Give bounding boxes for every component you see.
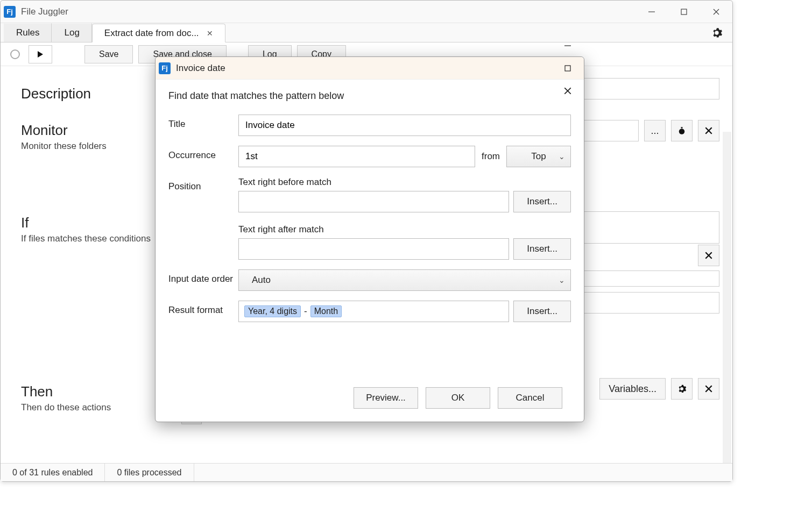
result-format-input[interactable]: Year, 4 digits - Month [238,301,509,322]
svg-point-5 [679,129,685,134]
svg-rect-6 [681,127,683,128]
close-button[interactable] [700,1,732,23]
dialog-titlebar: Fj Invoice date [156,57,584,80]
from-value: Top [531,151,546,162]
ok-button[interactable]: OK [426,387,490,409]
button-label: Preview... [366,393,406,403]
maximize-button[interactable] [668,1,700,23]
window-title: File Juggler [21,6,68,17]
section-if-sub: If files matches these conditions [21,233,161,244]
browse-button[interactable]: ... [644,120,666,141]
stopwatch-icon[interactable] [671,120,693,141]
section-if: If [21,215,161,231]
button-label: Save [99,49,118,59]
label-text-before: Text right before match [238,177,571,188]
tab-rules[interactable]: Rules [4,23,52,42]
dialog-body: Find date that matches the pattern below… [156,80,584,380]
run-button[interactable] [29,45,52,63]
label-from: from [482,151,500,162]
preview-button[interactable]: Preview... [354,387,418,409]
button-label: Variables... [609,383,656,395]
dialog-maximize-button[interactable] [552,57,584,80]
cancel-button[interactable]: Cancel [498,387,562,409]
tab-active-rule[interactable]: Extract date from doc... ✕ [92,24,225,42]
insert-result-button[interactable]: Insert... [513,301,571,322]
status-bar: 0 of 31 rules enabled 0 files processed [1,463,732,481]
section-description: Description [21,86,161,102]
chip-separator: - [304,306,307,317]
enabled-toggle[interactable] [10,49,20,59]
tab-label: Extract date from doc... [104,28,199,39]
from-select[interactable]: Top [506,146,571,167]
content-scrollbar[interactable] [723,132,731,463]
status-files: 0 files processed [105,464,194,481]
button-label: ... [651,125,659,137]
variables-button[interactable]: Variables... [599,378,666,400]
label-occurrence: Occurrence [168,146,238,161]
tab-label: Rules [16,27,39,38]
label-position: Position [168,177,238,192]
section-then-sub: Then do these actions [21,402,161,413]
main-titlebar: Fj File Juggler [1,1,732,23]
tab-log[interactable]: Log [52,23,91,42]
button-label: Insert... [527,244,557,254]
occurrence-input[interactable] [238,146,475,167]
button-label: Insert... [527,196,557,207]
input-order-value: Auto [252,275,271,286]
text-after-input[interactable] [238,238,509,260]
remove-action-button[interactable] [698,378,719,400]
tab-strip: Rules Log Extract date from doc... ✕ [1,23,732,42]
text-before-input[interactable] [238,191,509,212]
svg-rect-1 [681,9,687,15]
chip-month[interactable]: Month [310,305,342,317]
invoice-date-dialog: Fj Invoice date Find date that matches t… [155,56,584,422]
label-title: Title [168,115,238,130]
save-button[interactable]: Save [84,45,133,63]
tab-label: Log [64,27,79,38]
insert-after-button[interactable]: Insert... [513,238,571,260]
button-label: Insert... [527,306,557,317]
dialog-subtitle: Find date that matches the pattern below [168,90,571,102]
svg-marker-4 [38,51,43,58]
chip-year[interactable]: Year, 4 digits [244,305,301,317]
dialog-app-icon: Fj [159,62,171,74]
label-input-order: Input date order [168,269,238,284]
dialog-footer: Preview... OK Cancel [156,380,584,422]
minimize-button[interactable] [636,1,668,23]
remove-condition-button[interactable] [698,245,719,266]
section-then: Then [21,383,161,400]
button-label: Cancel [516,393,545,403]
dialog-title: Invoice date [176,63,225,74]
label-text-after: Text right after match [238,224,571,235]
section-monitor: Monitor [21,122,161,139]
status-rules: 0 of 31 rules enabled [1,464,105,481]
app-icon: Fj [4,6,16,18]
action-settings-icon[interactable] [671,378,693,400]
svg-rect-14 [565,66,570,71]
button-label: OK [451,393,465,403]
dialog-minimize-button[interactable] [552,34,584,57]
settings-gear-icon[interactable] [701,23,732,42]
tab-close-icon[interactable]: ✕ [207,29,213,38]
input-order-select[interactable]: Auto [238,269,571,291]
insert-before-button[interactable]: Insert... [513,191,571,212]
label-result-format: Result format [168,301,238,316]
section-monitor-sub: Monitor these folders [21,141,161,152]
remove-folder-button[interactable] [698,120,719,141]
title-input[interactable] [238,115,571,136]
